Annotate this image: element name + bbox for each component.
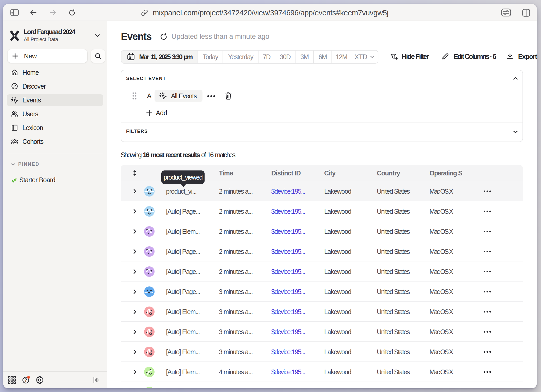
svg-text:?: ? [24, 378, 27, 383]
